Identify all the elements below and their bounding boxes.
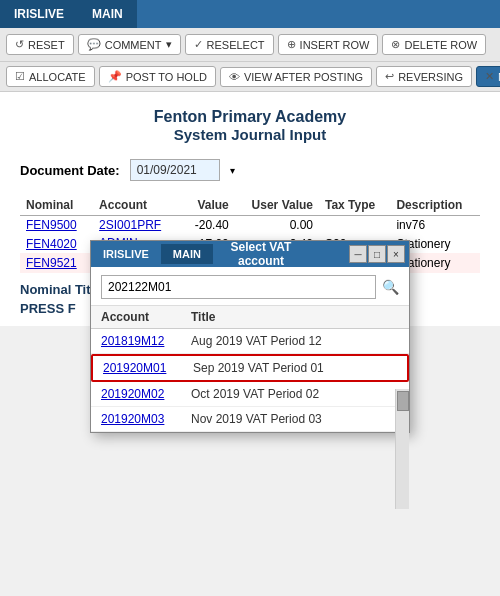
modal-close-button[interactable]: × [387,245,405,263]
toolbar-1: ↺ RESET 💬 COMMENT ▾ ✓ RESELECT ⊕ INSERT … [0,28,500,62]
comment-icon: 💬 [87,38,101,51]
post-to-hold-button[interactable]: 📌 POST TO HOLD [99,66,216,87]
delete-icon: ⊗ [391,38,400,51]
post-icon: 📌 [108,70,122,83]
modal-cell-title: Sep 2019 VAT Period 01 [193,361,397,375]
reset-icon: ↺ [15,38,24,51]
view-icon: 👁 [229,71,240,83]
modal-col-title-header: Title [191,310,399,324]
modal-cell-title: Aug 2019 VAT Period 12 [191,334,399,348]
modal-row[interactable]: 201920M03 Nov 2019 VAT Period 03 [91,407,409,432]
reselect-button[interactable]: ✓ RESELECT [185,34,274,55]
col-header-description: Description [390,195,480,216]
col-header-tax-type: Tax Type [319,195,390,216]
modal-row-selected[interactable]: 201920M01 Sep 2019 VAT Period 01 [91,354,409,382]
reselect-icon: ✓ [194,38,203,51]
modal-cell-account: 201819M12 [101,334,191,348]
reversing-icon: ↩ [385,70,394,83]
col-header-user-value: User Value [235,195,319,216]
modal-cell-account: 201920M01 [103,361,193,375]
no-cross-ref-button[interactable]: ✕ NO CROSS REFERENCE [476,66,500,87]
toolbar-2: ☑ ALLOCATE 📌 POST TO HOLD 👁 VIEW AFTER P… [0,62,500,92]
modal-scrollbar[interactable] [395,389,409,509]
modal-rows-container: 201819M12 Aug 2019 VAT Period 12 201920M… [91,329,409,432]
table-row: FEN9500 2SI001PRF -20.40 0.00 inv76 [20,216,480,235]
allocate-button[interactable]: ☑ ALLOCATE [6,66,95,87]
title-tab-main[interactable]: MAIN [78,0,137,28]
modal-scrollbar-thumb[interactable] [397,391,409,411]
modal-minimize-button[interactable]: ─ [349,245,367,263]
insert-icon: ⊕ [287,38,296,51]
document-date-row: Document Date: ▾ [20,159,480,181]
insert-row-button[interactable]: ⊕ INSERT ROW [278,34,379,55]
modal-table-header: Account Title [91,306,409,329]
modal-row[interactable]: 201819M12 Aug 2019 VAT Period 12 [91,329,409,354]
cell-value: -20.40 [182,216,235,235]
cell-nominal: FEN4020 [20,234,93,253]
cell-user-value: 0.00 [235,216,319,235]
modal-search-row: 🔍 [91,267,409,306]
doc-date-label: Document Date: [20,163,120,178]
comment-button[interactable]: 💬 COMMENT ▾ [78,34,181,55]
page-title: Fenton Primary Academy System Journal In… [20,108,480,143]
title-tab-irislive[interactable]: IRISLIVE [0,0,78,28]
title-bar: IRISLIVE MAIN [0,0,500,28]
allocate-icon: ☑ [15,70,25,83]
modal-tab-irislive[interactable]: IRISLIVE [91,244,161,264]
reset-button[interactable]: ↺ RESET [6,34,74,55]
modal-cell-account: 201920M03 [101,412,191,426]
page-title-line2: System Journal Input [20,126,480,143]
col-header-value: Value [182,195,235,216]
no-cross-icon: ✕ [485,70,494,83]
modal-cell-account: 201920M02 [101,387,191,401]
page-title-line1: Fenton Primary Academy [20,108,480,126]
modal-tab-main[interactable]: MAIN [161,244,213,264]
modal-cell-title: Nov 2019 VAT Period 03 [191,412,399,426]
col-header-nominal: Nominal [20,195,93,216]
dropdown-arrow[interactable]: ▾ [166,38,172,51]
col-header-account: Account [93,195,182,216]
cell-account[interactable]: 2SI001PRF [93,216,182,235]
reversing-button[interactable]: ↩ REVERSING [376,66,472,87]
modal-cell-title: Oct 2019 VAT Period 02 [191,387,399,401]
main-content: Fenton Primary Academy System Journal In… [0,92,500,326]
modal-col-account-header: Account [101,310,191,324]
modal-title-text: Select VAT account [213,240,349,268]
cell-nominal: FEN9521 [20,253,93,273]
modal-maximize-button[interactable]: □ [368,245,386,263]
modal-controls: ─ □ × [349,245,409,263]
modal-row[interactable]: 201920M02 Oct 2019 VAT Period 02 [91,382,409,407]
search-icon: 🔍 [382,279,399,295]
modal-titlebar: IRISLIVE MAIN Select VAT account ─ □ × [91,241,409,267]
view-after-posting-button[interactable]: 👁 VIEW AFTER POSTING [220,67,372,87]
modal-search-input[interactable] [101,275,376,299]
cell-description: inv76 [390,216,480,235]
doc-date-input[interactable] [130,159,220,181]
modal-dialog: IRISLIVE MAIN Select VAT account ─ □ × 🔍… [90,240,410,433]
date-dropdown-arrow[interactable]: ▾ [230,165,235,176]
cell-tax-type [319,216,390,235]
delete-row-button[interactable]: ⊗ DELETE ROW [382,34,486,55]
cell-nominal: FEN9500 [20,216,93,235]
